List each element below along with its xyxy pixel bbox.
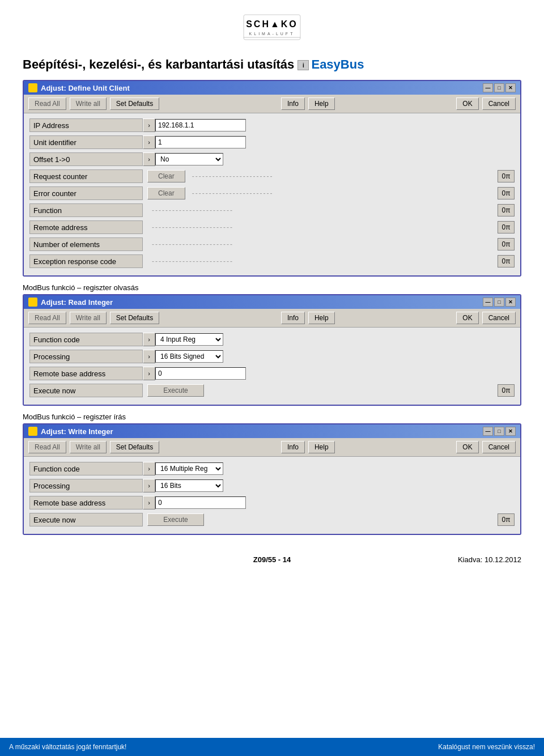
arrow2-remote-base-address[interactable]: ›: [143, 367, 155, 380]
dialog2-close-btn[interactable]: ✕: [505, 298, 516, 307]
arrow3-remote-base-address[interactable]: ›: [143, 496, 155, 509]
footer-left-text: A műszaki változtatás jogát fenntartjuk!: [9, 743, 126, 751]
svg-text:KLIMA-LUFT: KLIMA-LUFT: [249, 32, 295, 36]
dialog3-content: Function code › 16 Multiple Reg Processi…: [24, 457, 520, 534]
dialog1-title-controls: — □ ✕: [483, 83, 516, 92]
dialog1-close-btn[interactable]: ✕: [505, 83, 516, 92]
dialog2-set-defaults-btn[interactable]: Set Defaults: [110, 312, 159, 324]
select2-processing[interactable]: 16 Bits Signed: [155, 350, 223, 363]
input-unit-identifier[interactable]: [155, 136, 246, 148]
dialog2-title-left: Adjust: Read Integer: [28, 298, 113, 307]
dialog1-help-btn[interactable]: Help: [308, 97, 335, 110]
dialog2-help-btn[interactable]: Help: [308, 312, 335, 324]
row3-remote-base-address: Remote base address ›: [29, 495, 515, 510]
dialog1-restore-btn[interactable]: □: [494, 83, 504, 92]
request-counter-dashes: ------------------------: [188, 172, 495, 180]
label2-function-code: Function code: [29, 333, 143, 346]
dialog3-minimize-btn[interactable]: —: [483, 427, 493, 436]
dialog1-read-all-btn[interactable]: Read All: [28, 97, 66, 110]
clear-request-counter-btn[interactable]: Clear: [147, 170, 185, 182]
label2-remote-base-address: Remote base address: [29, 367, 143, 380]
dialog1-info-btn[interactable]: Info: [281, 97, 305, 110]
row2-remote-base-address: Remote base address ›: [29, 366, 515, 381]
dialog3-restore-btn[interactable]: □: [494, 427, 504, 436]
num-elements-group: ------------------------ 0π: [147, 238, 515, 250]
arrow2-function-code[interactable]: ›: [143, 333, 155, 346]
dialog2-read-all-btn[interactable]: Read All: [28, 312, 66, 324]
function-dashes: ------------------------: [147, 206, 495, 214]
remote-address-dashes: ------------------------: [147, 223, 495, 231]
execute-now-btn3[interactable]: Execute: [147, 513, 204, 526]
dialog1-set-defaults-btn[interactable]: Set Defaults: [110, 97, 159, 110]
dialog3-ok-btn[interactable]: OK: [456, 441, 478, 453]
section-label-read: ModBus funkció – regiszter olvasás: [0, 280, 544, 294]
input2-remote-base-address[interactable]: [155, 367, 246, 380]
dialog-define-unit-client: Adjust: Define Unit Client — □ ✕ Read Al…: [23, 80, 521, 277]
label-function: Function: [29, 203, 143, 217]
dialog3-cancel-btn[interactable]: Cancel: [482, 441, 516, 453]
execute-now-btn2[interactable]: Execute: [147, 384, 204, 397]
execute-now-group3: Execute 0π: [147, 513, 515, 526]
dialog1-write-all-btn[interactable]: Write all: [70, 97, 107, 110]
dialog2-minimize-btn[interactable]: —: [483, 298, 493, 307]
arrow-ip-address[interactable]: ›: [143, 118, 155, 132]
dialog-write-integer: Adjust: Write Integer — □ ✕ Read All Wri…: [23, 423, 521, 535]
label2-execute-now: Execute now: [29, 384, 143, 397]
error-counter-zero: 0π: [498, 187, 515, 199]
dialog2-icon: [28, 298, 37, 307]
dialog2-toolbar: Read All Write all Set Defaults Info Hel…: [24, 309, 520, 328]
dialog1-title-text: Adjust: Define Unit Client: [41, 84, 130, 92]
dialog1-icon: [28, 83, 37, 92]
label-unit-identifier: Unit identifier: [29, 135, 143, 149]
select-offset[interactable]: No: [155, 153, 223, 165]
dialog2-restore-btn[interactable]: □: [494, 298, 504, 307]
svg-text:SCH▲KO: SCH▲KO: [246, 19, 298, 29]
dialog1-cancel-btn[interactable]: Cancel: [482, 97, 516, 110]
issue-date: Kiadva: 10.12.2012: [291, 555, 521, 564]
input-ip-address[interactable]: [155, 119, 246, 131]
input3-remote-base-address[interactable]: [155, 496, 246, 509]
schako-logo: SCH▲KO KLIMA-LUFT: [238, 10, 306, 44]
page-title: Beépítési-, kezelési-, és karbantartási …: [0, 52, 544, 80]
arrow3-function-code[interactable]: ›: [143, 462, 155, 475]
select3-processing[interactable]: 16 Bits: [155, 479, 223, 492]
dialog3-read-all-btn[interactable]: Read All: [28, 441, 66, 453]
dialog3-info-btn[interactable]: Info: [281, 441, 305, 453]
row-num-elements: Number of elements ---------------------…: [29, 237, 515, 252]
dialog1-ok-btn[interactable]: OK: [456, 97, 478, 110]
dialog2-ok-btn[interactable]: OK: [456, 312, 478, 324]
arrow3-processing[interactable]: ›: [143, 479, 155, 492]
dialog-read-integer: Adjust: Read Integer — □ ✕ Read All Writ…: [23, 294, 521, 406]
dialog3-close-btn[interactable]: ✕: [505, 427, 516, 436]
dialog2-cancel-btn[interactable]: Cancel: [482, 312, 516, 324]
row2-function-code: Function code › 4 Input Reg: [29, 332, 515, 347]
dialog2-info-btn[interactable]: Info: [281, 312, 305, 324]
dialog3-set-defaults-btn[interactable]: Set Defaults: [110, 441, 159, 453]
error-counter-group: Clear ------------------------ 0π: [147, 187, 515, 199]
dialog2-write-all-btn[interactable]: Write all: [70, 312, 107, 324]
select3-function-code[interactable]: 16 Multiple Reg: [155, 462, 223, 475]
dialog3-write-all-btn[interactable]: Write all: [70, 441, 107, 453]
function-group: ------------------------ 0π: [147, 204, 515, 216]
label-ip-address: IP Address: [29, 118, 143, 132]
label3-function-code: Function code: [29, 462, 143, 475]
exception-code-dashes: ------------------------: [147, 257, 495, 265]
section-label-write: ModBus funkció – regiszter írás: [0, 409, 544, 423]
label2-processing: Processing: [29, 350, 143, 363]
remote-address-zero: 0π: [498, 221, 515, 233]
arrow-offset[interactable]: ›: [143, 152, 155, 166]
clear-error-counter-btn[interactable]: Clear: [147, 187, 185, 199]
row-exception-code: Exception response code ----------------…: [29, 254, 515, 269]
row-error-counter: Error counter Clear --------------------…: [29, 186, 515, 201]
dialog1-titlebar: Adjust: Define Unit Client — □ ✕: [24, 81, 520, 95]
label-num-elements: Number of elements: [29, 237, 143, 251]
arrow2-processing[interactable]: ›: [143, 350, 155, 363]
dialog3-help-btn[interactable]: Help: [308, 441, 335, 453]
page-title-text: Beépítési-, kezelési-, és karbantartási …: [23, 57, 298, 71]
select2-function-code[interactable]: 4 Input Reg: [155, 333, 223, 346]
dialog2-content: Function code › 4 Input Reg Processing ›…: [24, 328, 520, 405]
dialog1-minimize-btn[interactable]: —: [483, 83, 493, 92]
arrow-unit-identifier[interactable]: ›: [143, 135, 155, 149]
execute-now-zero2: 0π: [498, 384, 515, 397]
dialog3-icon: [28, 427, 37, 436]
